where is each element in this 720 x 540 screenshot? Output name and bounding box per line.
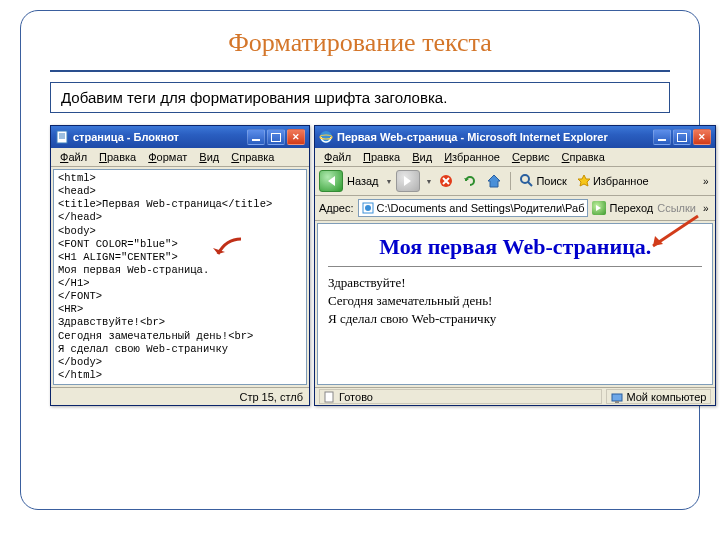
menu-file[interactable]: Файл	[319, 150, 356, 164]
notepad-menubar: Файл Правка Формат Вид Справка	[51, 148, 309, 167]
notepad-editor[interactable]: <html> <head> <title>Первая Web-страница…	[53, 169, 307, 385]
ie-menubar: Файл Правка Вид Избранное Сервис Справка	[315, 148, 715, 167]
notepad-titlebar[interactable]: страница - Блокнот	[51, 126, 309, 148]
address-overflow-icon[interactable]: »	[700, 203, 712, 214]
menu-file[interactable]: Файл	[55, 150, 92, 164]
notepad-window: страница - Блокнот Файл Правка Формат Ви…	[50, 125, 310, 406]
favorites-button[interactable]: Избранное	[574, 173, 652, 189]
menu-favorites[interactable]: Избранное	[439, 150, 505, 164]
home-button[interactable]	[484, 171, 504, 191]
minimize-button[interactable]	[653, 129, 671, 145]
ie-statusbar: Готово Мой компьютер	[315, 387, 715, 405]
page-line2: Сегодня замечательный день!	[328, 293, 702, 309]
links-label[interactable]: Ссылки	[657, 202, 696, 214]
menu-format[interactable]: Формат	[143, 150, 192, 164]
ie-addressbar: Адрес: C:\Documents and Settings\Родител…	[315, 196, 715, 221]
refresh-button[interactable]	[460, 171, 480, 191]
address-text: C:\Documents and Settings\Родители\Раб	[377, 202, 585, 214]
address-field[interactable]: C:\Documents and Settings\Родители\Раб	[358, 199, 589, 217]
svg-point-10	[365, 205, 371, 211]
ie-window: Первая Web-страница - Microsoft Internet…	[314, 125, 716, 406]
back-dropdown-icon[interactable]: ▼	[386, 178, 393, 185]
my-computer-icon	[611, 391, 623, 403]
ie-title-text: Первая Web-страница - Microsoft Internet…	[337, 131, 653, 143]
close-button[interactable]	[287, 129, 305, 145]
svg-rect-13	[615, 401, 619, 403]
svg-rect-0	[57, 131, 67, 143]
svg-point-4	[320, 131, 332, 143]
page-hr	[328, 266, 702, 267]
favorites-label: Избранное	[593, 175, 649, 187]
page-line3: Я сделал свою Web-страничку	[328, 311, 702, 327]
forward-button[interactable]	[396, 170, 420, 192]
back-button[interactable]	[319, 170, 343, 192]
maximize-button[interactable]	[267, 129, 285, 145]
html-file-icon	[362, 202, 374, 214]
forward-dropdown-icon[interactable]: ▼	[425, 178, 432, 185]
ie-toolbar: Назад ▼ ▼ Поиск Избранное »	[315, 167, 715, 196]
address-label: Адрес:	[319, 202, 354, 214]
notepad-status-text: Стр 15, стлб	[239, 391, 303, 403]
svg-rect-12	[612, 394, 622, 401]
svg-point-7	[521, 175, 529, 183]
ie-page-content: Моя первая Web-страница. Здравствуйте! С…	[317, 223, 713, 385]
svg-rect-11	[325, 392, 333, 402]
ie-icon	[319, 130, 333, 144]
notepad-icon	[55, 130, 69, 144]
menu-edit[interactable]: Правка	[358, 150, 405, 164]
go-arrow-icon	[592, 201, 606, 215]
menu-help[interactable]: Справка	[557, 150, 610, 164]
go-button[interactable]: Переход	[592, 201, 653, 215]
menu-edit[interactable]: Правка	[94, 150, 141, 164]
back-label: Назад	[347, 175, 379, 187]
close-button[interactable]	[693, 129, 711, 145]
search-label: Поиск	[536, 175, 566, 187]
notepad-title-text: страница - Блокнот	[73, 131, 247, 143]
maximize-button[interactable]	[673, 129, 691, 145]
status-ready: Готово	[319, 389, 602, 404]
toolbar-separator	[510, 172, 511, 190]
page-line1: Здравствуйте!	[328, 275, 702, 291]
toolbar-overflow-icon[interactable]: »	[700, 176, 712, 187]
page-done-icon	[324, 391, 336, 403]
go-label: Переход	[609, 202, 653, 214]
menu-tools[interactable]: Сервис	[507, 150, 555, 164]
notepad-statusbar: Стр 15, стлб	[51, 387, 309, 405]
status-zone: Мой компьютер	[606, 389, 711, 404]
search-button[interactable]: Поиск	[517, 173, 569, 189]
menu-help[interactable]: Справка	[226, 150, 279, 164]
menu-view[interactable]: Вид	[407, 150, 437, 164]
menu-view[interactable]: Вид	[194, 150, 224, 164]
svg-line-8	[528, 182, 532, 186]
stop-button[interactable]	[436, 171, 456, 191]
page-heading: Моя первая Web-страница.	[328, 234, 702, 260]
ie-titlebar[interactable]: Первая Web-страница - Microsoft Internet…	[315, 126, 715, 148]
minimize-button[interactable]	[247, 129, 265, 145]
